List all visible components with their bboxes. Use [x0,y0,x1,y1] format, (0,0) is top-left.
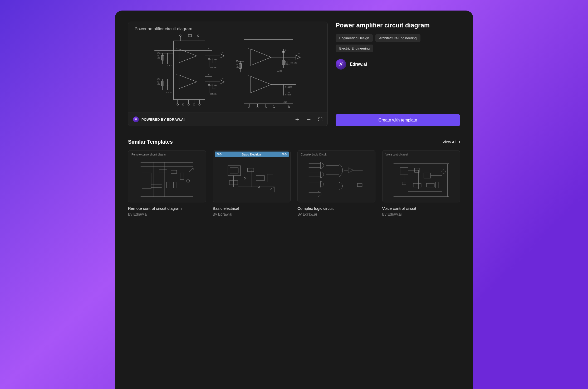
svg-point-74 [273,107,275,108]
template-card: Remote control circuit diagram Remote co… [128,150,206,216]
svg-text:R7 10k: R7 10k [291,62,297,64]
svg-point-9 [177,104,178,105]
svg-rect-130 [171,170,177,173]
svg-marker-84 [251,76,271,93]
edraw-logo-icon: // [133,116,139,122]
svg-text:C2 14: C2 14 [166,91,172,94]
svg-point-22 [158,52,159,54]
author-row[interactable]: // Edraw.ai [336,59,460,70]
similar-cards: Remote control circuit diagram Remote co… [128,150,460,216]
view-all-link[interactable]: View All [443,140,460,144]
svg-point-72 [265,107,266,108]
svg-rect-181 [435,182,438,188]
template-thumb-complex-logic[interactable]: Complex Logic Circuit [297,150,375,202]
svg-point-32 [158,78,159,80]
svg-text:C3 100: C3 100 [191,34,197,35]
svg-point-70 [257,107,258,108]
svg-text:C9: C9 [279,70,282,72]
svg-point-79 [288,106,290,108]
thumb-title: Remote control circuit diagram [131,153,203,156]
template-name: Voice control circuit [382,206,460,211]
svg-text:R8 10k: R8 10k [285,94,291,96]
svg-text:C1 3: C1 3 [168,64,172,67]
gear-icon: ⚙⚙ [281,153,288,156]
template-card: Complex Logic Circuit [297,150,375,216]
svg-text:+: + [176,73,177,76]
svg-text:40: 40 [298,52,300,55]
svg-rect-169 [400,168,408,174]
similar-header: Similar Templates View All [128,139,460,145]
zoom-out-icon[interactable] [306,117,311,122]
svg-rect-138 [230,168,238,173]
svg-text:C6: C6 [207,73,209,76]
template-name: Basic electrical [213,206,291,211]
svg-rect-179 [426,183,434,187]
svg-point-17 [199,104,200,105]
app-window: Power amplifier circuit diagram C3 100 [115,11,473,389]
tag-engineering-design[interactable]: Engineering Design [336,34,373,42]
svg-text:C10: C10 [283,101,287,103]
top-row: Power amplifier circuit diagram C3 100 [128,22,460,126]
svg-point-11 [182,104,184,105]
template-thumb-remote[interactable]: Remote control circuit diagram [128,150,206,202]
svg-rect-0 [174,41,205,100]
svg-point-148 [244,177,245,179]
gear-icon: ⚙⚙ [216,153,223,156]
similar-heading: Similar Templates [128,139,173,145]
circuit-thumb-icon [301,157,372,199]
svg-point-68 [249,107,250,108]
powered-by-label: POWERED BY EDRAW.AI [141,118,185,121]
svg-point-86 [236,61,238,62]
svg-text:C5 100: C5 100 [210,58,217,61]
svg-text:1: 1 [248,105,249,107]
svg-text:40: 40 [222,51,224,54]
svg-rect-4 [188,35,192,37]
svg-text:+: + [176,47,177,50]
svg-point-6 [197,35,199,36]
detail-panel: Power amplifier circuit diagram Engineer… [336,22,460,126]
circuit-thumb-icon [216,159,287,201]
svg-text:R3 10k: R3 10k [210,66,217,69]
tag-list: Engineering Design Architecture/Engineer… [336,34,460,52]
svg-point-177 [442,170,445,173]
thumb-title: Basic Electrical [242,153,262,156]
thumb-title: Voice control circuit [386,153,457,156]
svg-rect-146 [267,174,273,182]
template-author: By Edraw.ai [213,212,291,216]
circuit-right: 1234 5C10 + + R510k C9 C [234,34,303,108]
template-author: By Edraw.ai [128,212,206,216]
diagram-preview[interactable]: Power amplifier circuit diagram C3 100 [128,22,327,113]
template-name: Remote control circuit diagram [128,206,206,211]
svg-point-15 [193,104,195,105]
svg-point-13 [188,104,189,105]
svg-text:10k: 10k [156,83,160,85]
circuit-thumb-icon [131,157,203,199]
svg-point-132 [187,179,190,182]
view-all-label: View All [443,140,456,144]
tag-electric-engineering[interactable]: Electric Engineering [336,45,374,52]
svg-rect-128 [142,173,151,189]
fullscreen-icon[interactable] [318,117,323,122]
template-author: By Edraw.ai [382,212,460,216]
author-logo-icon: // [336,59,346,70]
svg-text:2: 2 [257,105,258,107]
create-with-template-button[interactable]: Create with template [336,114,460,126]
chevron-right-icon [457,140,460,143]
svg-marker-20 [179,75,197,89]
template-title: Power amplifier circuit diagram [336,22,460,29]
toolbar-icons [295,117,323,122]
svg-text:R4 10k: R4 10k [210,93,217,95]
svg-rect-164 [357,183,362,187]
template-thumb-basic-electrical[interactable]: ⚙⚙ Basic Electrical ⚙⚙ [213,150,291,202]
svg-text:C12 100: C12 100 [285,86,292,88]
svg-marker-82 [251,49,271,65]
tag-architecture-engineering[interactable]: Architecture/Engineering [375,34,420,42]
svg-point-2 [179,35,181,36]
template-thumb-voice-control[interactable]: Voice control circuit [382,150,460,202]
thumb-title: Complex Logic Circuit [301,153,372,156]
circuit-thumb-icon [386,157,457,199]
svg-marker-18 [179,49,197,63]
template-author: By Edraw.ai [297,212,375,216]
svg-text:C7 100: C7 100 [210,84,217,86]
zoom-in-icon[interactable] [295,117,300,122]
